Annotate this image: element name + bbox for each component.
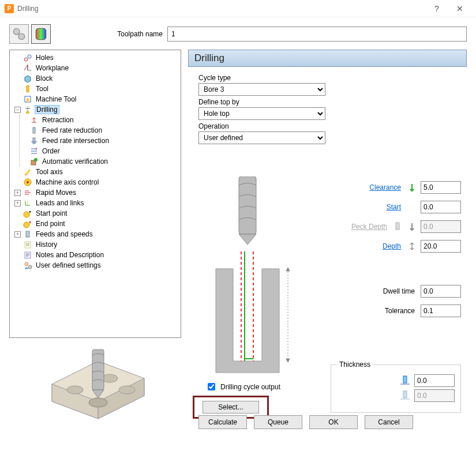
tree-holes[interactable]: Holes — [35, 54, 55, 62]
tool-icon — [23, 84, 32, 93]
tree-tool[interactable]: Tool — [35, 85, 50, 93]
tree-feed-reduction[interactable]: Feed rate reduction — [41, 126, 103, 134]
svg-point-20 — [25, 262, 28, 266]
depth-arrow-icon — [407, 241, 417, 251]
help-button[interactable]: ? — [425, 0, 448, 17]
tolerance-input[interactable] — [421, 305, 461, 317]
close-button[interactable]: ✕ — [448, 0, 471, 17]
window-title: Drilling — [17, 5, 39, 13]
drilling-output-label: Drilling cycle output — [220, 383, 280, 391]
operation-select[interactable]: User defined — [198, 131, 325, 144]
toolpath-variant-a-icon[interactable] — [9, 24, 29, 44]
auto-verify-icon — [29, 157, 39, 166]
thickness-top-input[interactable] — [414, 374, 455, 387]
svg-rect-33 — [396, 223, 399, 230]
drilling-collapse-icon[interactable]: − — [14, 107, 21, 113]
queue-button[interactable]: Queue — [254, 415, 302, 429]
machine-axis-icon — [23, 178, 32, 187]
svg-point-24 — [119, 386, 135, 394]
tree-block[interactable]: Block — [35, 74, 54, 82]
svg-point-25 — [89, 398, 107, 407]
calculate-button[interactable]: Calculate — [198, 415, 247, 429]
tree-start-point[interactable]: Start point — [35, 209, 69, 217]
peck-tool-icon — [393, 221, 403, 232]
tree-rapid-moves[interactable]: Rapid Moves — [35, 189, 77, 197]
feed-intersection-icon — [29, 136, 39, 145]
svg-point-1 — [18, 33, 25, 40]
rapid-moves-icon — [23, 188, 32, 197]
history-icon — [23, 240, 32, 249]
svg-point-15 — [24, 212, 29, 217]
start-point-icon — [23, 209, 32, 218]
svg-rect-34 — [403, 376, 407, 383]
peck-depth-label: Peck Depth — [323, 223, 389, 231]
select-button[interactable]: Select... — [203, 401, 259, 414]
dwell-input[interactable] — [421, 285, 461, 298]
app-icon: P — [5, 4, 14, 13]
clearance-input[interactable] — [421, 181, 461, 194]
svg-rect-5 — [27, 85, 29, 92]
svg-rect-27 — [239, 176, 256, 234]
tree-user-settings[interactable]: User defined settings — [35, 261, 102, 269]
tree-leads-links[interactable]: Leads and links — [35, 199, 85, 207]
define-top-select[interactable]: Hole top — [198, 107, 325, 120]
tree-retraction[interactable]: Retraction — [41, 116, 75, 124]
svg-point-16 — [24, 222, 29, 228]
drilling-icon — [23, 105, 32, 114]
tree-auto-verification[interactable]: Automatic verification — [41, 157, 109, 166]
tree-notes[interactable]: Notes and Description — [35, 251, 105, 259]
toolpath-name-label: Toolpath name — [58, 30, 167, 38]
svg-point-22 — [67, 386, 83, 394]
tree-feed-intersection[interactable]: Feed rate intersection — [41, 137, 110, 145]
rapid-expand-icon[interactable]: + — [14, 190, 21, 196]
svg-point-4 — [28, 55, 31, 58]
notes-icon — [23, 250, 32, 260]
tree-order[interactable]: Order — [41, 147, 61, 155]
tree-end-point[interactable]: End point — [35, 220, 66, 228]
svg-point-3 — [24, 58, 28, 61]
retraction-icon — [29, 115, 39, 125]
feeds-speeds-icon — [23, 230, 32, 239]
svg-rect-17 — [26, 231, 29, 237]
start-label[interactable]: Start — [387, 203, 401, 211]
depth-input[interactable] — [421, 240, 461, 253]
svg-point-12 — [34, 158, 38, 161]
drilling-output-checkbox[interactable] — [208, 383, 215, 390]
leads-expand-icon[interactable]: + — [14, 200, 21, 206]
tree-machine-axis[interactable]: Machine axis control — [35, 178, 100, 186]
cancel-button[interactable]: Cancel — [365, 415, 413, 429]
toolpath-variant-b-icon[interactable] — [31, 24, 51, 44]
drilling-diagram — [198, 176, 302, 380]
thickness-top-icon[interactable] — [399, 375, 411, 387]
ok-button[interactable]: OK — [309, 415, 358, 429]
svg-point-14 — [27, 181, 29, 183]
svg-rect-7 — [27, 98, 29, 102]
order-icon — [29, 146, 39, 156]
user-settings-icon — [23, 261, 32, 270]
tree-machine-tool[interactable]: Machine Tool — [35, 95, 78, 103]
tree-drilling[interactable]: Drilling — [35, 105, 59, 114]
peck-depth-input — [421, 220, 461, 233]
clearance-arrow-icon — [407, 182, 417, 193]
workplane-icon — [23, 63, 32, 73]
holes-icon — [23, 53, 32, 62]
leads-links-icon — [23, 198, 32, 208]
tree-workplane[interactable]: Workplane — [35, 64, 70, 72]
tree-feeds-speeds[interactable]: Feeds and speeds — [35, 230, 94, 238]
cycle-type-select[interactable]: Bore 3 — [198, 83, 325, 96]
strategy-tree[interactable]: Holes Workplane Block Tool Machine Tool … — [9, 50, 181, 338]
thickness-bottom-icon — [399, 390, 411, 402]
svg-rect-26 — [92, 350, 104, 390]
tree-tool-axis[interactable]: Tool axis — [35, 168, 64, 176]
svg-rect-8 — [33, 127, 35, 133]
machine-tool-icon — [23, 95, 32, 104]
depth-label[interactable]: Depth — [383, 242, 401, 250]
svg-rect-36 — [403, 391, 407, 398]
tree-history[interactable]: History — [35, 240, 58, 249]
block-preview — [9, 338, 181, 436]
start-input[interactable] — [421, 201, 461, 213]
feeds-expand-icon[interactable]: + — [14, 231, 21, 238]
clearance-label[interactable]: Clearance — [369, 183, 401, 191]
define-top-label: Define top by — [198, 98, 461, 106]
toolpath-name-input[interactable] — [167, 27, 467, 42]
